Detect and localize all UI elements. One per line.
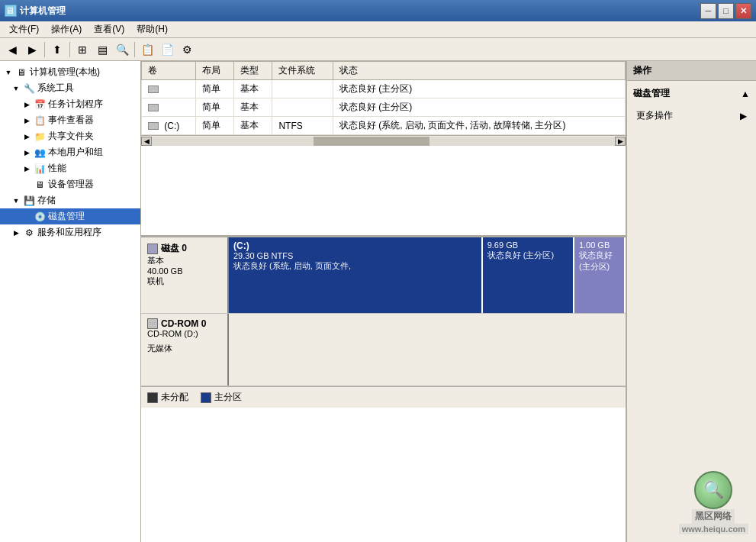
actions-disk-expand[interactable]: ▲ [741,89,750,99]
scroll-right[interactable]: ▶ [615,137,626,146]
disk-0-partitions: (C:) 29.30 GB NTFS 状态良好 (系统, 启动, 页面文件, 9… [229,237,626,313]
view-button[interactable]: ▤ [93,40,111,59]
cell-layout-1: 简单 [196,80,234,98]
legend-unallocated-label: 未分配 [161,391,188,404]
watermark-url: www.heiqu.com [679,524,748,534]
tree-item-storage[interactable]: ▼ 💾 存储 [0,192,140,208]
col-layout: 布局 [196,62,234,80]
toolbar: ◀ ▶ ⬆ ⊞ ▤ 🔍 📋 📄 ⚙ [0,38,756,61]
tree-toggle-services[interactable]: ▶ [11,227,21,238]
toolbar-separator-2 [69,42,70,57]
tree-label-users: 本地用户和组 [48,146,103,159]
cell-vol-2 [142,98,196,117]
menu-file[interactable]: 文件(F) [3,21,45,37]
disk-0-icon [147,244,158,254]
actions-section-disk: 磁盘管理 ▲ [627,81,756,105]
tree-label-perf: 性能 [48,162,66,175]
tree-item-event-viewer[interactable]: ▶ 📋 事件查看器 [0,112,140,128]
menu-help[interactable]: 帮助(H) [130,21,174,37]
grid-button[interactable]: ⊞ [73,40,92,59]
cdrom-0-partitions [229,314,626,386]
tree-toggle-task[interactable]: ▶ [21,99,32,110]
partition-data1[interactable]: 9.69 GB 状态良好 (主分区) [483,237,574,313]
tree-toggle-perf[interactable]: ▶ [21,163,32,174]
users-icon: 👥 [34,147,46,159]
tree-toggle-system[interactable]: ▼ [11,83,21,94]
tree-label-root: 计算机管理(本地) [30,66,100,79]
tree-label-system-tools: 系统工具 [37,82,74,95]
scrollbar-track[interactable] [152,137,615,146]
menu-action[interactable]: 操作(A) [45,21,88,37]
tree-item-services[interactable]: ▶ ⚙ 服务和应用程序 [0,224,140,240]
partition-data2[interactable]: 1.00 GB 状态良好 (主分区) [574,237,626,313]
cell-type-1: 基本 [234,80,272,98]
horizontal-scrollbar[interactable]: ◀ ▶ [141,135,626,146]
paste-button[interactable]: 📄 [158,40,176,59]
actions-more-link[interactable]: 更多操作 ▶ [633,108,750,124]
title-bar-buttons: ─ □ ✕ [700,3,751,19]
partition-c-size: 29.30 GB NTFS [233,251,477,260]
tree-toggle-users[interactable]: ▶ [21,147,32,158]
tree-toggle-device[interactable] [21,179,32,190]
up-button[interactable]: ⬆ [48,40,66,59]
forward-button[interactable]: ▶ [23,40,41,59]
partition-c-label: (C:) [233,240,477,251]
table-area[interactable]: 卷 布局 类型 文件系统 状态 简单 基本 [141,61,626,237]
actions-panel: 操作 磁盘管理 ▲ 更多操作 ▶ [626,61,756,542]
col-status: 状态 [333,62,625,80]
cdrom-status: 无媒体 [147,343,221,354]
task-icon: 📅 [34,98,46,111]
cell-fs-1 [272,80,333,98]
back-button[interactable]: ◀ [3,40,21,59]
cdrom-0-item: CD-ROM 0 CD-ROM (D:) 无媒体 [141,314,626,386]
cell-status-2: 状态良好 (主分区) [333,98,625,117]
table-row[interactable]: (C:) 简单 基本 NTFS 状态良好 (系统, 启动, 页面文件, 活动, … [142,117,626,135]
cell-type-2: 基本 [234,98,272,117]
disk-0-item: 磁盘 0 基本 40.00 GB 联机 (C:) 29.30 GB NTFS 状… [141,237,626,314]
tree-item-system-tools[interactable]: ▼ 🔧 系统工具 [0,80,140,96]
cell-status-3: 状态良好 (系统, 启动, 页面文件, 活动, 故障转储, 主分区) [333,117,625,135]
disk-table: 卷 布局 类型 文件系统 状态 简单 基本 [141,61,626,135]
settings-button[interactable]: ⚙ [178,40,196,59]
maximize-button[interactable]: □ [718,3,734,19]
legend-primary-label: 主分区 [214,391,242,404]
partition-data2-size: 1.00 GB [579,240,619,250]
search-button[interactable]: 🔍 [113,40,131,59]
tree-item-root[interactable]: ▼ 🖥 计算机管理(本地) [0,64,140,80]
tree-label-task: 任务计划程序 [48,98,103,111]
partition-c[interactable]: (C:) 29.30 GB NTFS 状态良好 (系统, 启动, 页面文件, [229,237,483,313]
watermark-site: 黑区网络 [692,509,735,524]
actions-section-more: 更多操作 ▶ [627,105,756,127]
menu-view[interactable]: 查看(V) [88,21,130,37]
scrollbar-thumb[interactable] [314,137,429,146]
tree-item-device-manager[interactable]: 🖥 设备管理器 [0,176,140,192]
legend-area: 未分配 主分区 [141,386,626,408]
menu-bar: 文件(F) 操作(A) 查看(V) 帮助(H) [0,21,756,38]
cell-vol-1 [142,80,196,98]
copy-button[interactable]: 📋 [138,40,156,59]
tree-item-local-users[interactable]: ▶ 👥 本地用户和组 [0,144,140,160]
tree-toggle-storage[interactable]: ▼ [11,195,21,206]
title-bar-text: 计算机管理 [20,5,700,18]
tree-toggle-shared[interactable]: ▶ [21,131,32,142]
tree-item-disk-management[interactable]: 💿 磁盘管理 [0,208,140,224]
disk-0-type: 基本 [147,255,221,266]
tree-toggle-disk[interactable] [21,211,32,222]
disk-0-size: 40.00 GB [147,266,221,276]
tree-toggle-root[interactable]: ▼ [3,67,14,78]
table-row[interactable]: 简单 基本 状态良好 (主分区) [142,98,626,117]
minimize-button[interactable]: ─ [700,3,716,19]
toolbar-separator-3 [134,42,135,57]
tree-item-task-scheduler[interactable]: ▶ 📅 任务计划程序 [0,96,140,112]
actions-section-title-disk[interactable]: 磁盘管理 ▲ [633,84,750,102]
table-row[interactable]: 简单 基本 状态良好 (主分区) [142,80,626,98]
tree-item-shared-folders[interactable]: ▶ 📁 共享文件夹 [0,128,140,144]
scroll-left[interactable]: ◀ [141,137,152,146]
legend-unallocated: 未分配 [147,391,188,404]
disk-icon: 💿 [34,211,46,223]
close-button[interactable]: ✕ [735,3,751,19]
folder-icon: 📁 [34,131,46,143]
col-filesystem: 文件系统 [272,62,333,80]
tree-item-performance[interactable]: ▶ 📊 性能 [0,160,140,176]
tree-toggle-event[interactable]: ▶ [21,115,32,126]
